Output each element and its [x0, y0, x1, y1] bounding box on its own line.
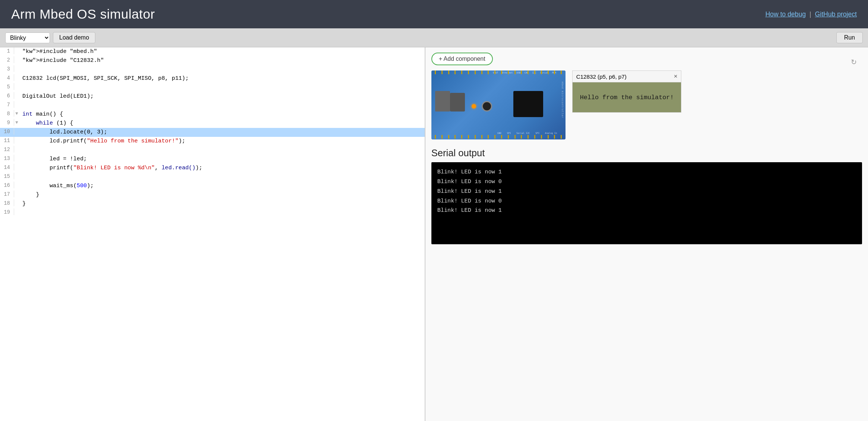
pin [541, 135, 542, 139]
line-content[interactable]: int main() { [19, 110, 425, 117]
code-line-13: 13 led = !led; [0, 155, 425, 164]
line-content[interactable]: while (1) { [19, 119, 425, 126]
refresh-icon[interactable]: ↻ [851, 58, 857, 66]
line-fold [14, 173, 19, 174]
pin [461, 70, 462, 74]
serial-line: Blink! LED is now 1 [437, 206, 856, 216]
line-content[interactable] [19, 208, 425, 209]
pin [468, 135, 469, 139]
line-content[interactable]: DigitalOut led(LED1); [19, 92, 425, 100]
line-content[interactable] [19, 101, 425, 102]
pin [548, 70, 549, 74]
pin [508, 135, 509, 139]
code-line-12: 12 [0, 146, 425, 155]
pin [521, 135, 522, 139]
line-content[interactable]: led = !led; [19, 155, 425, 162]
serial-output: Blink! LED is now 1Blink! LED is now 0Bl… [431, 162, 862, 244]
line-number: 14 [0, 164, 14, 170]
code-line-4: 4C12832 lcd(SPI_MOSI, SPI_SCK, SPI_MISO,… [0, 74, 425, 83]
line-content[interactable]: lcd.printf("Hello from the simulator!"); [19, 137, 425, 144]
code-line-11: 11 lcd.printf("Hello from the simulator!… [0, 137, 425, 146]
line-number: 1 [0, 47, 14, 54]
add-component-button[interactable]: + Add component [431, 53, 493, 65]
code-line-18: 18} [0, 199, 425, 208]
code-line-8: 8▼int main() { [0, 110, 425, 119]
code-line-6: 6DigitalOut led(LED1); [0, 92, 425, 101]
line-number: 4 [0, 74, 14, 81]
pin [461, 135, 462, 139]
main-layout: 1"kw">#include "mbed.h"2"kw">#include "C… [0, 47, 868, 421]
pin [481, 70, 482, 74]
line-number: 8 [0, 110, 14, 117]
line-content[interactable]: } [19, 191, 425, 198]
right-panel: + Add component ↻ VOUT Ethernet USB CAN … [425, 47, 868, 421]
serial-section: Serial output Blink! LED is now 1Blink! … [431, 148, 862, 244]
lcd-close-button[interactable]: × [674, 73, 678, 80]
pin [534, 135, 535, 139]
line-content[interactable]: wait_ms(500); [19, 182, 425, 189]
code-editor[interactable]: 1"kw">#include "mbed.h"2"kw">#include "C… [0, 47, 425, 421]
line-number: 6 [0, 92, 14, 99]
line-fold [14, 182, 19, 183]
line-fold [14, 208, 19, 210]
code-line-3: 3 [0, 65, 425, 74]
pin [481, 135, 482, 139]
board-button[interactable] [482, 101, 492, 111]
pin [501, 135, 502, 139]
pin [534, 70, 535, 74]
pin [554, 70, 555, 74]
pin [435, 70, 436, 74]
line-content[interactable]: lcd.locate(0, 3); [19, 128, 425, 135]
led-orange [472, 104, 476, 109]
lcd-component: C12832 (p5, p6, p7) × Hello from the sim… [572, 70, 682, 113]
github-project-link[interactable]: GitHub project [815, 10, 857, 18]
pin [448, 135, 449, 139]
line-content[interactable]: C12832 lcd(SPI_MOSI, SPI_SCK, SPI_MISO, … [19, 74, 425, 82]
app-title: Arm Mbed OS simulator [11, 7, 155, 22]
line-content[interactable] [19, 146, 425, 147]
how-to-debug-link[interactable]: How to debug [765, 10, 806, 18]
serial-line: Blink! LED is now 1 [437, 167, 856, 177]
pin [454, 135, 456, 139]
line-number: 16 [0, 182, 14, 188]
line-content[interactable]: } [19, 199, 425, 207]
code-line-7: 7 [0, 101, 425, 110]
line-content[interactable]: printf("Blink! LED is now %d\n", led.rea… [19, 164, 425, 171]
code-line-19: 19 [0, 208, 425, 217]
code-line-1: 1"kw">#include "mbed.h" [0, 47, 425, 56]
line-content[interactable] [19, 65, 425, 66]
line-fold [14, 164, 19, 165]
line-number: 11 [0, 137, 14, 144]
line-content[interactable]: "kw">#include "mbed.h" [19, 47, 425, 55]
line-content[interactable] [19, 173, 425, 173]
pin [554, 135, 555, 139]
pin [528, 135, 529, 139]
line-content[interactable] [19, 83, 425, 84]
pin [514, 70, 516, 74]
line-fold: ▼ [14, 119, 19, 125]
serial-title: Serial output [431, 148, 862, 158]
line-fold [14, 191, 19, 192]
code-line-17: 17 } [0, 191, 425, 199]
code-line-2: 2"kw">#include "C12832.h" [0, 56, 425, 65]
pin [494, 135, 495, 139]
line-fold: ▼ [14, 110, 19, 116]
usb-port [450, 93, 465, 111]
run-button[interactable]: Run [836, 32, 863, 43]
line-number: 19 [0, 208, 14, 215]
header-links: How to debug | GitHub project [765, 10, 857, 18]
line-content[interactable]: "kw">#include "C12832.h" [19, 56, 425, 64]
mbed-board: VOUT Ethernet USB CAN I2C Serial PWM [431, 70, 566, 139]
load-demo-button[interactable]: Load demo [53, 32, 95, 43]
lcd-title: C12832 (p5, p6, p7) [576, 73, 627, 80]
serial-line: Blink! LED is now 0 [437, 177, 856, 187]
line-number: 5 [0, 83, 14, 90]
line-fold [14, 83, 19, 84]
pin [488, 135, 489, 139]
serial-line: Blink! LED is now 0 [437, 197, 856, 206]
lcd-screen: Hello from the simulator! [573, 82, 681, 112]
demo-select[interactable]: Blinky DigitalIn AnalogIn Ticker [5, 32, 50, 43]
pin [561, 70, 562, 74]
lcd-text: Hello from the simulator! [580, 94, 674, 101]
header: Arm Mbed OS simulator How to debug | Git… [0, 0, 868, 28]
